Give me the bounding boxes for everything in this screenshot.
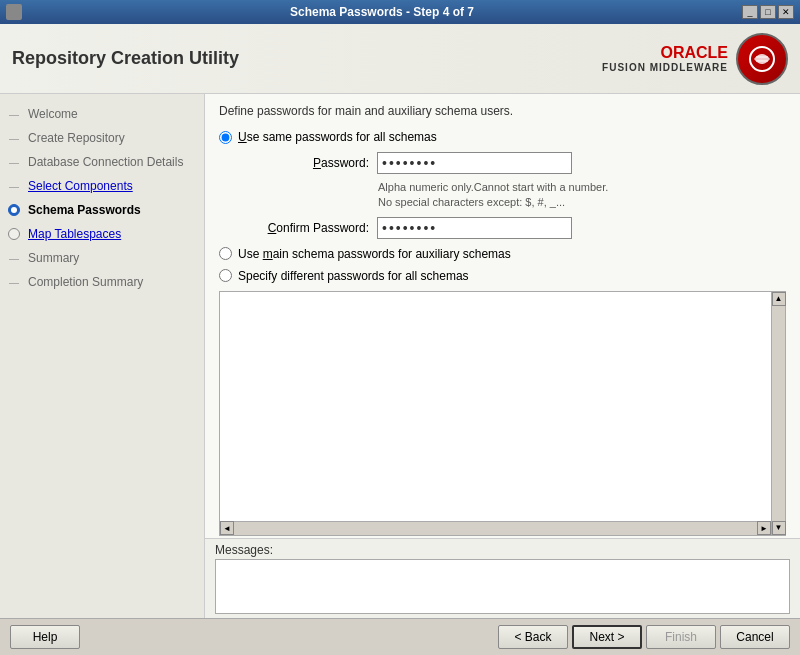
confirm-password-input[interactable] bbox=[377, 217, 572, 239]
completion-summary-icon: — bbox=[6, 274, 22, 290]
schema-passwords-icon bbox=[6, 202, 22, 218]
back-button[interactable]: < Back bbox=[498, 625, 568, 649]
oracle-subbrand: FUSION MIDDLEWARE bbox=[602, 62, 728, 73]
schema-table-area: ▲ ▼ ◄ ► bbox=[219, 291, 786, 536]
sidebar-item-summary: — Summary bbox=[0, 246, 204, 270]
vertical-scrollbar[interactable]: ▲ ▼ bbox=[771, 292, 785, 535]
active-step-circle bbox=[8, 204, 20, 216]
sidebar-item-db-connection: — Database Connection Details bbox=[0, 150, 204, 174]
messages-area: Messages: bbox=[205, 538, 800, 618]
active-step-dot bbox=[11, 207, 17, 213]
scroll-right-button[interactable]: ► bbox=[757, 521, 771, 535]
close-button[interactable]: ✕ bbox=[778, 5, 794, 19]
logo-svg bbox=[746, 43, 778, 75]
oracle-brand: ORACLE bbox=[602, 44, 728, 62]
oracle-logo-icon bbox=[736, 33, 788, 85]
radio-main-schema-input[interactable] bbox=[219, 247, 232, 260]
description: Define passwords for main and auxiliary … bbox=[219, 104, 786, 118]
window-controls: _ □ ✕ bbox=[742, 5, 794, 19]
radio-main-schema-label: Use main schema passwords for auxiliary … bbox=[238, 247, 511, 261]
map-tablespaces-circle bbox=[8, 228, 20, 240]
confirm-password-row: Confirm Password: bbox=[239, 217, 786, 239]
window-title: Schema Passwords - Step 4 of 7 bbox=[22, 5, 742, 19]
sidebar-item-welcome: — Welcome bbox=[0, 102, 204, 126]
sidebar-label-db-connection: Database Connection Details bbox=[28, 155, 183, 169]
sidebar-item-completion-summary: — Completion Summary bbox=[0, 270, 204, 294]
bottom-left-buttons: Help bbox=[10, 625, 80, 649]
sidebar-label-create-repo: Create Repository bbox=[28, 131, 125, 145]
sidebar-item-select-components[interactable]: — Select Components bbox=[0, 174, 204, 198]
app-icon bbox=[6, 4, 22, 20]
scroll-up-button[interactable]: ▲ bbox=[772, 292, 786, 306]
main-window: Repository Creation Utility ORACLE FUSIO… bbox=[0, 24, 800, 655]
radio-different-passwords-input[interactable] bbox=[219, 269, 232, 282]
cancel-button[interactable]: Cancel bbox=[720, 625, 790, 649]
hint-line2: No special characters except: $, #, _... bbox=[378, 196, 565, 208]
password-row: Password: bbox=[239, 152, 786, 174]
sidebar-label-map-tablespaces: Map Tablespaces bbox=[28, 227, 121, 241]
messages-label: Messages: bbox=[215, 543, 790, 557]
schema-table-content bbox=[220, 292, 785, 535]
password-input[interactable] bbox=[377, 152, 572, 174]
header: Repository Creation Utility ORACLE FUSIO… bbox=[0, 24, 800, 94]
sidebar-label-schema-passwords: Schema Passwords bbox=[28, 203, 141, 217]
radio-same-passwords-label: Use same passwords for all schemas bbox=[238, 130, 437, 144]
radio-same-passwords[interactable]: Use same passwords for all schemas bbox=[219, 130, 786, 144]
scroll-down-button[interactable]: ▼ bbox=[772, 521, 786, 535]
finish-button[interactable]: Finish bbox=[646, 625, 716, 649]
create-repo-icon: — bbox=[6, 130, 22, 146]
summary-icon: — bbox=[6, 250, 22, 266]
title-bar: Schema Passwords - Step 4 of 7 _ □ ✕ bbox=[0, 0, 800, 24]
sidebar: — Welcome — Create Repository — Database… bbox=[0, 94, 205, 618]
radio-main-schema[interactable]: Use main schema passwords for auxiliary … bbox=[219, 247, 786, 261]
hint-line1: Alpha numeric only.Cannot start with a n… bbox=[378, 181, 608, 193]
sidebar-label-completion-summary: Completion Summary bbox=[28, 275, 143, 289]
oracle-logo-area: ORACLE FUSION MIDDLEWARE bbox=[602, 33, 788, 85]
horizontal-scrollbar[interactable]: ◄ ► bbox=[220, 521, 771, 535]
sidebar-item-map-tablespaces[interactable]: Map Tablespaces bbox=[0, 222, 204, 246]
minimize-button[interactable]: _ bbox=[742, 5, 758, 19]
map-tablespaces-icon bbox=[6, 226, 22, 242]
oracle-logo-text: ORACLE FUSION MIDDLEWARE bbox=[602, 44, 728, 73]
bottom-right-buttons: < Back Next > Finish Cancel bbox=[498, 625, 790, 649]
sidebar-label-welcome: Welcome bbox=[28, 107, 78, 121]
maximize-button[interactable]: □ bbox=[760, 5, 776, 19]
db-connection-icon: — bbox=[6, 154, 22, 170]
radio-same-passwords-input[interactable] bbox=[219, 131, 232, 144]
password-fields: Password: Alpha numeric only.Cannot star… bbox=[219, 152, 786, 239]
content-area: — Welcome — Create Repository — Database… bbox=[0, 94, 800, 618]
app-title: Repository Creation Utility bbox=[12, 48, 239, 69]
sidebar-label-select-components: Select Components bbox=[28, 179, 133, 193]
bottom-bar: Help < Back Next > Finish Cancel bbox=[0, 618, 800, 655]
help-button[interactable]: Help bbox=[10, 625, 80, 649]
scroll-left-button[interactable]: ◄ bbox=[220, 521, 234, 535]
sidebar-label-summary: Summary bbox=[28, 251, 79, 265]
main-panel: Define passwords for main and auxiliary … bbox=[205, 94, 800, 538]
password-label: Password: bbox=[239, 156, 369, 170]
sidebar-item-schema-passwords: Schema Passwords bbox=[0, 198, 204, 222]
select-components-icon: — bbox=[6, 178, 22, 194]
welcome-icon: — bbox=[6, 106, 22, 122]
radio-different-passwords[interactable]: Specify different passwords for all sche… bbox=[219, 269, 786, 283]
password-hint: Alpha numeric only.Cannot start with a n… bbox=[239, 180, 786, 211]
messages-box bbox=[215, 559, 790, 614]
radio-different-passwords-label: Specify different passwords for all sche… bbox=[238, 269, 469, 283]
next-button[interactable]: Next > bbox=[572, 625, 642, 649]
confirm-password-label: Confirm Password: bbox=[239, 221, 369, 235]
sidebar-item-create-repo: — Create Repository bbox=[0, 126, 204, 150]
